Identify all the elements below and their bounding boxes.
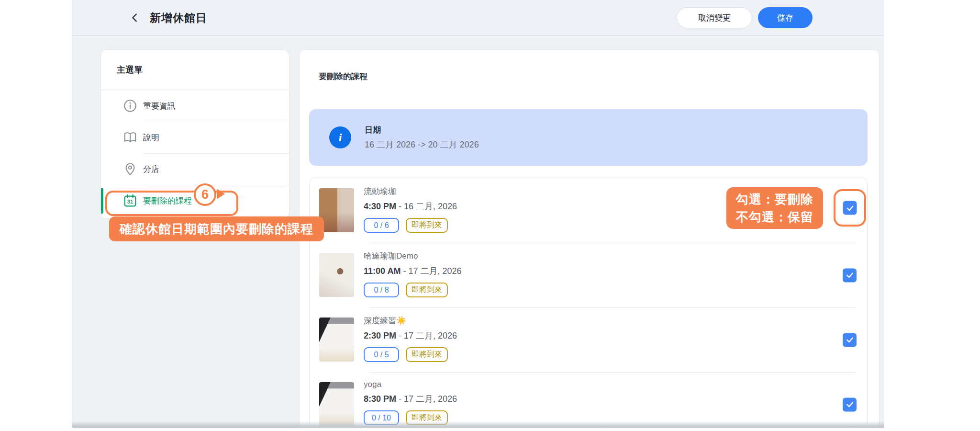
class-name: 哈達瑜珈Demo: [364, 250, 461, 261]
header: 新增休館日 取消變更 儲存: [72, 0, 884, 36]
class-row[interactable]: yoga 8:30 PM - 17 二月, 2026 0 / 10 即將到來: [310, 372, 867, 428]
class-name: yoga: [364, 380, 457, 389]
class-datetime: 4:30 PM - 16 二月, 2026: [364, 201, 457, 212]
app-window: 新增休館日 取消變更 儲存 主選單 重要資訊 說明 分店: [72, 0, 884, 428]
page-title: 新增休館日: [150, 11, 207, 25]
delete-checkbox-checked[interactable]: [843, 397, 857, 411]
tutorial-highlight-checkbox: [834, 189, 866, 227]
class-info: yoga 8:30 PM - 17 二月, 2026 0 / 10 即將到來: [364, 380, 457, 425]
checkmark-icon: [846, 400, 854, 409]
calendar-31-icon: 31: [122, 193, 138, 208]
class-name: 深度練習☀️: [364, 315, 457, 326]
capacity-badge: 0 / 6: [364, 218, 399, 233]
class-row[interactable]: 深度練習☀️ 2:30 PM - 17 二月, 2026 0 / 5 即將到來: [310, 307, 867, 372]
delete-checkbox-checked[interactable]: [843, 268, 857, 282]
section-heading: 要刪除的課程: [319, 71, 368, 82]
delete-checkbox-checked[interactable]: [843, 333, 857, 347]
location-pin-icon: [122, 161, 138, 177]
badges: 0 / 10 即將到來: [364, 410, 457, 425]
chevron-left-icon: [130, 12, 140, 23]
sidebar-title: 主選單: [101, 50, 289, 90]
class-info: 深度練習☀️ 2:30 PM - 17 二月, 2026 0 / 5 即將到來: [364, 315, 457, 362]
info-circle-icon: i: [329, 126, 351, 148]
capacity-badge: 0 / 8: [364, 283, 399, 297]
status-badge: 即將到來: [406, 283, 448, 297]
class-datetime: 8:30 PM - 17 二月, 2026: [364, 393, 457, 405]
class-info: 哈達瑜珈Demo 11:00 AM - 17 二月, 2026 0 / 8 即將…: [364, 250, 461, 297]
class-thumbnail: [319, 188, 354, 232]
class-name: 流動瑜珈: [364, 186, 457, 197]
date-range-banner: i 日期 16 二月 2026 -> 20 二月 2026: [309, 109, 868, 166]
class-datetime: 11:00 AM - 17 二月, 2026: [364, 265, 461, 277]
checkmark-icon: [846, 336, 854, 344]
capacity-badge: 0 / 5: [364, 347, 399, 362]
capacity-badge: 0 / 10: [364, 410, 399, 425]
save-button[interactable]: 儲存: [758, 7, 813, 28]
status-badge: 即將到來: [406, 218, 448, 233]
header-actions: 取消變更 儲存: [677, 7, 813, 28]
svg-text:31: 31: [127, 199, 133, 204]
class-info: 流動瑜珈 4:30 PM - 16 二月, 2026 0 / 6 即將到來: [364, 186, 457, 233]
checkmark-icon: [846, 271, 854, 280]
class-datetime: 2:30 PM - 17 二月, 2026: [364, 330, 457, 341]
badges: 0 / 6 即將到來: [364, 218, 457, 233]
main-panel: 要刪除的課程 i 日期 16 二月 2026 -> 20 二月 2026 流動瑜…: [299, 49, 880, 428]
tutorial-step-badge-tail: [217, 189, 225, 199]
class-thumbnail: [319, 382, 354, 426]
sidebar-item-label: 分店: [143, 164, 159, 175]
tutorial-step-badge: 6: [194, 183, 216, 206]
delete-checkbox-checked[interactable]: [843, 201, 857, 215]
sidebar-item-label: 說明: [143, 132, 159, 143]
status-badge: 即將到來: [406, 410, 448, 425]
badges: 0 / 5 即將到來: [364, 347, 457, 362]
tutorial-note-sidebar: 確認休館日期範圍內要刪除的課程: [109, 216, 324, 241]
class-thumbnail: [319, 318, 354, 362]
sidebar-item-description[interactable]: 說明: [101, 122, 289, 153]
tutorial-note-checkbox: 勾選：要刪除 不勾選：保留: [726, 187, 823, 229]
banner-title: 日期: [365, 125, 479, 136]
class-row[interactable]: 哈達瑜珈Demo 11:00 AM - 17 二月, 2026 0 / 8 即將…: [310, 243, 867, 307]
sidebar-item-label: 要刪除的課程: [143, 195, 192, 206]
banner-date-range: 16 二月 2026 -> 20 二月 2026: [365, 139, 479, 150]
selected-indicator: [101, 188, 103, 214]
back-button[interactable]: [127, 10, 143, 26]
sidebar-item-important-info[interactable]: 重要資訊: [101, 90, 289, 122]
status-badge: 即將到來: [406, 347, 448, 362]
badges: 0 / 8 即將到來: [364, 283, 461, 297]
banner-text: 日期 16 二月 2026 -> 20 二月 2026: [365, 125, 479, 150]
sidebar-item-label: 重要資訊: [143, 101, 176, 112]
cancel-changes-button[interactable]: 取消變更: [677, 7, 752, 28]
sidebar-item-branch[interactable]: 分店: [101, 153, 289, 185]
checkmark-icon: [846, 204, 854, 212]
class-thumbnail: [319, 253, 354, 297]
book-icon: [122, 130, 138, 145]
info-icon: [122, 98, 138, 113]
